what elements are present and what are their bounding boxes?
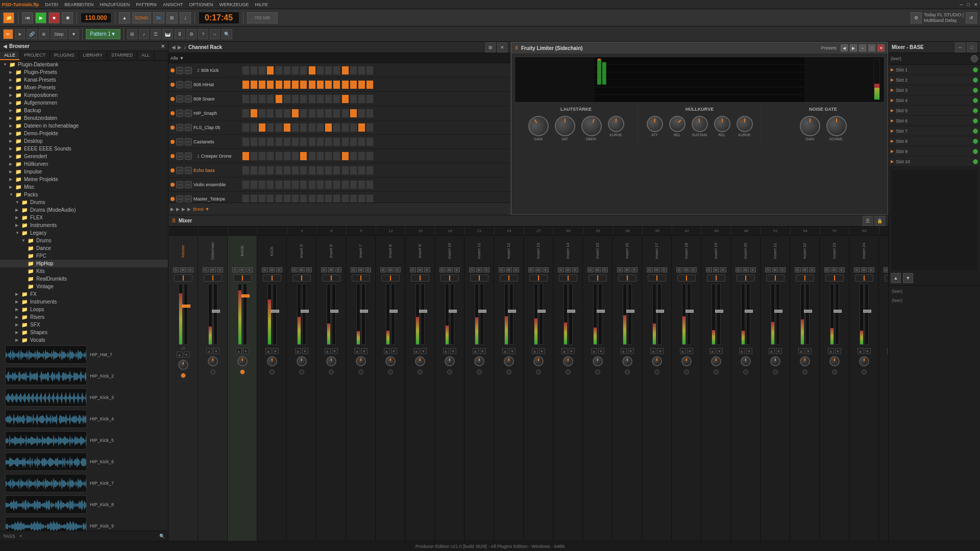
- fader-2[interactable]: [243, 284, 247, 345]
- send-arrow-9660-1[interactable]: ▼: [213, 348, 219, 354]
- pad-8[interactable]: [308, 180, 316, 189]
- menu-item-bearbeiten[interactable]: BEARBEITEN: [64, 2, 93, 7]
- send-arrow-9650-22[interactable]: ▲: [828, 348, 834, 354]
- send-knob-11[interactable]: [504, 356, 514, 366]
- send-dot-19[interactable]: [743, 369, 748, 374]
- tree-item-loops[interactable]: ▶📁Loops: [0, 306, 168, 313]
- tree-item-sfx[interactable]: ▶📁SFX: [0, 321, 168, 329]
- pad-5[interactable]: [283, 123, 291, 132]
- pad-12[interactable]: [341, 194, 349, 203]
- pad-0[interactable]: [242, 152, 250, 161]
- step-btn[interactable]: Step: [51, 29, 67, 39]
- pad-7[interactable]: [300, 123, 307, 132]
- pad-5[interactable]: [283, 80, 291, 89]
- pad-4[interactable]: [275, 137, 283, 146]
- pad-6[interactable]: [291, 137, 299, 146]
- slot-led-3[interactable]: [973, 88, 978, 93]
- pan-knob-23[interactable]: [855, 274, 873, 282]
- send-dot-2[interactable]: [240, 369, 245, 374]
- file-btn[interactable]: 📁: [3, 12, 14, 23]
- pad-5[interactable]: [283, 194, 291, 203]
- send-knob-16[interactable]: [652, 356, 662, 366]
- pad-4[interactable]: [275, 80, 283, 89]
- send-arrow-9650-3[interactable]: ▲: [265, 348, 272, 354]
- tree-item-shapes[interactable]: ▶📁Shapes: [0, 329, 168, 336]
- send-arrow-9660-4[interactable]: ▼: [302, 348, 308, 354]
- track-btn-M-12[interactable]: M: [535, 267, 542, 272]
- slot-led-1[interactable]: [973, 67, 978, 72]
- fader-thumb-21[interactable]: [804, 310, 812, 313]
- pad-6[interactable]: [291, 80, 299, 89]
- tree-item-aufgenommen[interactable]: ▶📁Aufgenommen: [0, 99, 168, 107]
- send-knob-7[interactable]: [385, 356, 396, 366]
- pad-13[interactable]: [350, 80, 357, 89]
- pan-knob-1[interactable]: [204, 274, 222, 282]
- fader-20[interactable]: [776, 284, 780, 345]
- rs-btn1[interactable]: ─: [955, 42, 965, 53]
- cr-grid-btn[interactable]: ⊞: [485, 42, 496, 53]
- pad-3[interactable]: [266, 194, 274, 203]
- pad-12[interactable]: [341, 152, 349, 161]
- pad-6[interactable]: [291, 66, 299, 75]
- pad-9[interactable]: [316, 194, 324, 203]
- mixer-track-2[interactable]: BASEGMS▲▼: [228, 236, 257, 541]
- send-arrow-9650-20[interactable]: ▲: [769, 348, 775, 354]
- send-arrow-9650-16[interactable]: ▲: [650, 348, 656, 354]
- send-dot-7[interactable]: [388, 369, 393, 374]
- pad-9[interactable]: [316, 166, 324, 175]
- file-item-hip_kick_5[interactable]: HIP_Kick_5: [0, 430, 168, 451]
- pad-2[interactable]: [258, 180, 266, 189]
- mixer-btn[interactable]: 🎚: [175, 29, 185, 39]
- pad-8[interactable]: [308, 109, 316, 118]
- beats-btn[interactable]: ⊞: [166, 12, 178, 23]
- channel-led-4[interactable]: [170, 126, 175, 130]
- send-knob-23[interactable]: [859, 356, 869, 366]
- pad-0[interactable]: [242, 94, 250, 104]
- send-dot-10[interactable]: [477, 369, 482, 374]
- send-arrow-9660-18[interactable]: ▼: [717, 348, 723, 354]
- track-btn-S-14[interactable]: S: [602, 267, 608, 272]
- pan-knob-14[interactable]: [589, 274, 607, 282]
- slot-led-9[interactable]: [973, 149, 978, 154]
- fader-thumb-3[interactable]: [271, 310, 279, 313]
- send-dot-15[interactable]: [625, 369, 630, 374]
- pad-10[interactable]: [325, 180, 332, 189]
- send-arrow-9650-15[interactable]: ▲: [621, 348, 627, 354]
- fader-thumb-8[interactable]: [419, 310, 427, 313]
- send-arrow-9660-19[interactable]: ▼: [746, 348, 752, 354]
- pad-5[interactable]: [283, 152, 291, 161]
- pad-14[interactable]: [358, 123, 365, 132]
- track-btn-G-8[interactable]: G: [410, 267, 416, 272]
- fl-min-btn[interactable]: ─: [859, 44, 866, 52]
- send-arrow-9660-11[interactable]: ▼: [509, 348, 516, 354]
- send-knob-4[interactable]: [297, 356, 307, 366]
- channel-mute-9[interactable]: —: [176, 195, 183, 203]
- track-btn-S-23[interactable]: S: [868, 267, 874, 272]
- slot-item-4[interactable]: ▶Slot 4: [889, 95, 980, 106]
- slot-led-7[interactable]: [973, 129, 978, 134]
- pad-12[interactable]: [341, 80, 349, 89]
- pad-13[interactable]: [350, 180, 357, 189]
- pan-knob-7[interactable]: [381, 274, 400, 282]
- pan-knob-10[interactable]: [470, 274, 488, 282]
- tree-item-legacy[interactable]: ▼📁Legacy: [0, 229, 168, 237]
- track-btn-S-11[interactable]: S: [513, 267, 519, 272]
- cr-add4[interactable]: ▶: [187, 207, 191, 212]
- file-item-hip_kick_4[interactable]: HIP_Kick_4: [0, 408, 168, 430]
- pad-2[interactable]: [258, 166, 266, 175]
- send-arrow-9650-17[interactable]: ▲: [680, 348, 686, 354]
- track-btn-G-0[interactable]: G: [173, 267, 179, 272]
- pad-6[interactable]: [291, 180, 299, 189]
- channel-led-3[interactable]: [170, 111, 175, 115]
- send-knob-8[interactable]: [415, 356, 425, 366]
- tree-item-kits[interactable]: 📁Kits: [0, 267, 168, 275]
- track-btn-G-22[interactable]: G: [824, 267, 830, 272]
- pad-13[interactable]: [350, 137, 357, 146]
- pad-8[interactable]: [308, 94, 316, 104]
- channel-mute-4[interactable]: —: [176, 124, 183, 131]
- pad-9[interactable]: [316, 109, 324, 118]
- track-btn-S-13[interactable]: S: [572, 267, 578, 272]
- track-btn-S-7[interactable]: S: [395, 267, 401, 272]
- pad-2[interactable]: [258, 137, 266, 146]
- fader-thumb-1[interactable]: [212, 310, 220, 313]
